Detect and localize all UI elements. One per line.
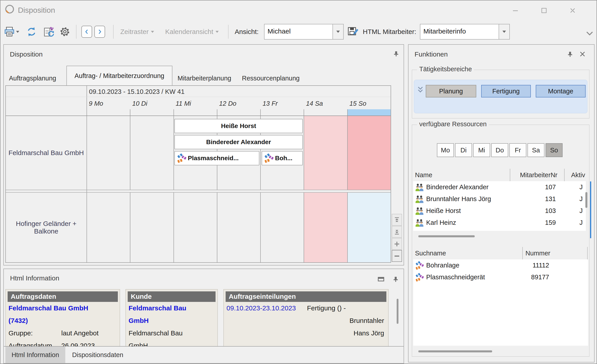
gantt-bar-heisse-horst[interactable]: Heiße Horst [174, 119, 303, 133]
tab-ressourcenplanung[interactable]: Ressourcenplanung [242, 75, 300, 82]
chevron-down-icon [151, 31, 154, 33]
next-button[interactable] [94, 26, 105, 38]
scroll-to-top-button[interactable] [392, 214, 402, 226]
column-header-mitarbeiternr[interactable]: MitarbeiterNr [510, 171, 558, 179]
html-information-title: Html Information [10, 274, 59, 282]
refresh-data-icon[interactable] [43, 26, 55, 38]
resource-icon [415, 261, 424, 270]
zoom-in-button[interactable] [392, 238, 402, 250]
auftrag-link[interactable]: Feldmarschal Bau GmbH (7432) [8, 302, 96, 327]
zeitraster-label: Zeitraster [120, 28, 149, 36]
ansicht-combobox[interactable]: Michael [264, 24, 344, 39]
column-header-aktiv[interactable]: Aktiv [564, 171, 585, 179]
bar-label: Heiße Horst [221, 123, 256, 130]
pin-icon[interactable] [392, 276, 399, 284]
bar-label: Boh... [275, 155, 292, 162]
panel-scroll-indicator[interactable] [590, 181, 591, 238]
table-row[interactable]: Plasmaschneidgerät 89177 [413, 271, 588, 283]
day-button-mo[interactable]: Mo [437, 143, 454, 157]
employee-aktiv: J [569, 195, 583, 203]
date-range-link[interactable]: 09.10.2023-23.10.2023 [227, 302, 307, 314]
tab-auftrag-mitarbeiterzuordnung[interactable]: Auftrag- / Mitarbeiterzuordnung [66, 66, 173, 85]
double-chevron-down-icon[interactable] [417, 86, 424, 94]
toolbar-separator [113, 25, 114, 39]
person-text: Brunntahler [227, 314, 386, 327]
zoom-out-button[interactable] [392, 250, 402, 262]
horizontal-scrollbar-thumb[interactable] [418, 350, 492, 352]
column-header-suchname[interactable]: Suchname [415, 250, 446, 257]
combo-dropdown-button[interactable] [332, 24, 343, 39]
day-button-do[interactable]: Do [491, 143, 508, 157]
tab-auftragsplanung[interactable]: Auftragsplanung [9, 75, 56, 82]
vertical-scrollbar-thumb[interactable] [397, 299, 399, 324]
kalenderansicht-dropdown[interactable]: Kalenderansicht [165, 28, 219, 36]
combo-dropdown-button[interactable] [499, 24, 509, 39]
day-header: 11 Mi [173, 97, 217, 109]
employee-aktiv: J [569, 219, 583, 226]
weekend-cell-sat [304, 116, 347, 190]
minimize-icon[interactable] [512, 7, 519, 14]
activity-text: Fertigung () - [307, 302, 346, 314]
zeitraster-dropdown[interactable]: Zeitraster [120, 28, 154, 36]
button-label: Fr [515, 147, 521, 154]
vertical-scrollbar-thumb[interactable] [585, 192, 587, 208]
close-icon[interactable] [569, 7, 576, 14]
html-mitarbeiter-combobox[interactable]: Mitarbeiterinfo [420, 24, 510, 39]
refresh-icon[interactable] [26, 26, 37, 37]
gantt-bar-plasmaschneidgeraet[interactable]: Plasmaschneid... [174, 151, 259, 165]
table-row[interactable]: Bindereder Alexander 107 J [413, 181, 586, 193]
day-button-mi[interactable]: Mi [473, 143, 490, 157]
horizontal-scrollbar-thumb[interactable] [418, 235, 475, 237]
day-header-row: 9 Mo 10 Di 11 Mi 12 Do 13 Fr 14 Sa 15 So [6, 97, 391, 109]
field-label: Gruppe: [8, 327, 61, 340]
scroll-to-bottom-button[interactable] [392, 226, 402, 238]
pin-icon[interactable] [393, 51, 399, 58]
column-header-nummer[interactable]: Nummer [526, 250, 550, 257]
pin-icon[interactable] [566, 51, 573, 59]
tab-dispositionsdaten[interactable]: Dispositionsdaten [65, 347, 130, 363]
day-button-sa[interactable]: Sa [527, 143, 544, 157]
gantt-bar-bindereder-alexander[interactable]: Bindereder Alexander [174, 135, 303, 149]
table-row[interactable]: Brunntahler Hans Jörg 131 J [413, 193, 586, 205]
column-header-name[interactable]: Name [415, 171, 432, 179]
table-row[interactable]: Karl Heinz 159 J [413, 217, 586, 229]
save-edit-icon[interactable] [347, 26, 358, 37]
gantt-row-hofinger[interactable]: Hofinger Geländer + Balkone [6, 193, 391, 262]
print-button[interactable] [4, 26, 19, 37]
employee-nr: 103 [536, 207, 556, 215]
tab-mitarbeiterplanung[interactable]: Mitarbeiterplanung [178, 75, 231, 82]
day-header: 9 Mo [86, 97, 130, 109]
print-dropdown-caret[interactable] [16, 31, 19, 33]
column-divider [522, 247, 523, 259]
card-header: Kunde [128, 291, 216, 302]
period-label: 09.10.2023 - 15.10.2023 / KW 41 [89, 88, 184, 95]
kunde-link[interactable]: Feldmarschal Bau GmbH [129, 302, 198, 327]
button-label: Do [495, 147, 504, 154]
previous-button[interactable] [81, 26, 92, 38]
toolbar-overflow-chevron-icon[interactable] [586, 31, 593, 37]
gantt-bar-bohranlage[interactable]: Boh... [262, 151, 303, 165]
day-highlight-strip [6, 109, 391, 116]
selected-day-highlight [347, 109, 391, 116]
column-divider [510, 169, 510, 181]
active-tab-label: Auftrag- / Mitarbeiterzuordnung [74, 72, 164, 79]
employee-group-icon [415, 230, 424, 231]
table-row[interactable]: Bohranlage 11112 [413, 259, 588, 271]
area-button-planung[interactable]: Planung [426, 85, 476, 97]
close-icon[interactable] [579, 51, 586, 58]
area-button-montage[interactable]: Montage [536, 85, 586, 97]
table-row[interactable]: Heiße Horst 103 J [413, 205, 586, 217]
day-button-so[interactable]: So [546, 143, 563, 157]
area-button-fertigung[interactable]: Fertigung [481, 85, 531, 97]
button-label: Sa [532, 147, 540, 154]
field-value: 26.09.2023 [61, 340, 95, 346]
row-label: Hofinger Geländer + Balkone [6, 193, 86, 262]
day-button-fr[interactable]: Fr [509, 143, 526, 157]
maximize-icon[interactable] [541, 7, 547, 14]
day-header: 10 Di [130, 97, 173, 109]
settings-gear-icon[interactable] [59, 26, 70, 37]
day-button-di[interactable]: Di [455, 143, 472, 157]
tab-html-information[interactable]: Html Information [5, 347, 65, 363]
day-header: 14 Sa [304, 97, 347, 109]
maximize-panel-icon[interactable] [378, 276, 384, 283]
